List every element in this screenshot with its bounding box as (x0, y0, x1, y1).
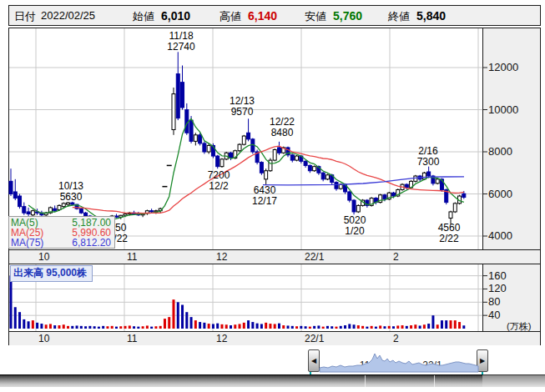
date-axis-band-bottom (8, 331, 541, 346)
range-navigator[interactable]: ◀ ▶ 1122/1 (0, 345, 545, 374)
navigator-month-label: 22/1 (422, 359, 442, 371)
chart-annotation: 720012/2 (208, 170, 230, 192)
chart-annotation: 45602/22 (438, 223, 461, 244)
volume-axis-label: 80 (488, 295, 500, 308)
volume-axis-label: 40 (488, 309, 500, 321)
price-axis-label: 6000 (488, 188, 512, 200)
annotation-line: 5630 (58, 192, 83, 203)
chart-annotation: 643012/17 (252, 185, 277, 207)
month-label: 11 (127, 251, 137, 263)
close-label: 終値 (388, 9, 410, 24)
price-axis-label: 12000 (488, 61, 518, 73)
month-label: 2 (393, 251, 399, 263)
close-value: 5,840 (416, 9, 446, 23)
timeline-scrollbar-track[interactable] (482, 374, 545, 387)
price-axis-label: 4000 (488, 229, 512, 242)
annotation-line: 8480 (270, 128, 295, 138)
timeline-scrollbar[interactable] (0, 374, 482, 387)
annotation-line: 12/17 (252, 196, 277, 207)
ma75-label: MA(75) (11, 238, 43, 248)
month-label: 11 (127, 333, 137, 344)
chart-annotation: 50201/20 (344, 215, 366, 237)
navigator-right-arrow-button[interactable]: ▶ (477, 349, 488, 372)
month-label: 22/1 (305, 333, 324, 344)
chart-annotation: 12/228480 (270, 117, 295, 138)
annotation-line: 2/22 (438, 234, 461, 244)
month-label: 10 (38, 251, 49, 263)
month-label: 12 (216, 333, 227, 344)
navigator-month-label: 11 (360, 359, 370, 371)
moving-average-legend: MA(5) 5,187.00 MA(25) 5,990.60 MA(75) 6,… (8, 216, 115, 249)
quote-header-bar: 日付 2022/02/25 始値 6,010 高値 6,140 安値 5,760… (8, 5, 541, 26)
chart-annotation: 10/135630 (58, 181, 83, 203)
price-axis-label: 10000 (488, 103, 518, 116)
annotation-line: 12740 (167, 42, 194, 53)
high-label: 高値 (220, 9, 241, 24)
month-label: 22/1 (305, 251, 324, 263)
month-label: 10 (38, 333, 49, 344)
scrollbar-tick (365, 375, 366, 387)
price-axis-label: 8000 (488, 145, 512, 158)
annotation-line: 12/2 (208, 181, 230, 192)
annotation-line: 7300 (417, 157, 440, 168)
scrollbar-tick (434, 375, 435, 387)
date-label: 日付 (14, 9, 36, 24)
low-value: 5,760 (333, 9, 362, 23)
stock-chart-app: 日付 2022/02/25 始値 6,010 高値 6,140 安値 5,760… (0, 0, 545, 392)
date-axis-band-top (8, 249, 541, 264)
ma75-value: 6,812.20 (72, 238, 111, 248)
open-value: 6,010 (161, 9, 190, 23)
volume-axis-label: 120 (488, 282, 507, 294)
chart-annotation: 12/139570 (230, 96, 255, 118)
volume-axis-label: 160 (488, 269, 507, 282)
open-label: 始値 (133, 9, 154, 24)
low-label: 安値 (305, 9, 326, 24)
volume-value-badge: 出来高 95,000株 (10, 265, 93, 282)
navigator-left-arrow-button[interactable]: ◀ (308, 349, 320, 372)
high-value: 6,140 (248, 9, 277, 23)
chart-annotation: 2/167300 (417, 146, 440, 168)
annotation-line: 9570 (230, 107, 255, 118)
date-value: 2022/02/25 (41, 9, 95, 22)
month-label: 12 (216, 251, 227, 263)
ma75-legend-row: MA(75) 6,812.20 (11, 238, 111, 248)
volume-unit-label: (万株) (507, 320, 531, 333)
chart-annotation: 11/1812740 (167, 31, 194, 53)
month-label: 2 (393, 333, 399, 344)
annotation-line: 1/20 (344, 226, 366, 237)
